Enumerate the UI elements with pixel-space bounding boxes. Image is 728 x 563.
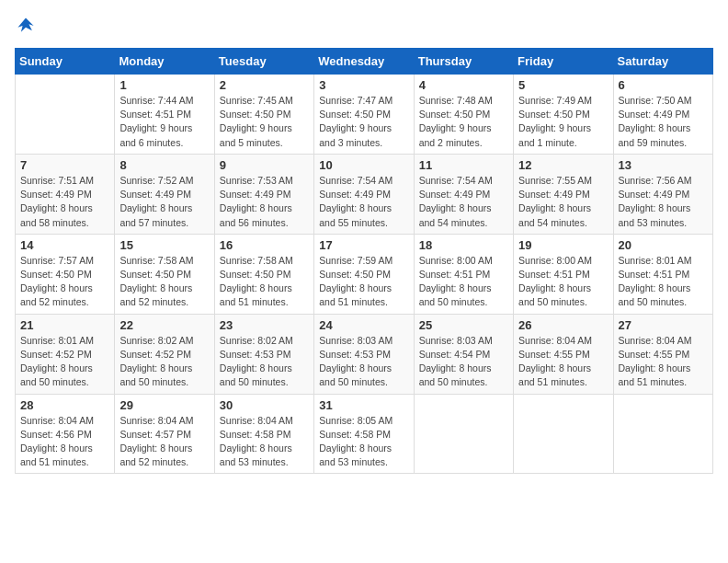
- day-number: 14: [20, 238, 109, 252]
- day-info: Sunrise: 8:01 AM Sunset: 4:52 PM Dayligh…: [20, 334, 109, 390]
- day-number: 22: [119, 318, 209, 332]
- calendar-table: SundayMondayTuesdayWednesdayThursdayFrid…: [15, 48, 713, 474]
- calendar-cell: 27Sunrise: 8:04 AM Sunset: 4:55 PM Dayli…: [613, 314, 712, 394]
- calendar-cell: 23Sunrise: 8:02 AM Sunset: 4:53 PM Dayli…: [214, 314, 313, 394]
- calendar-cell: 30Sunrise: 8:04 AM Sunset: 4:58 PM Dayli…: [214, 394, 313, 474]
- calendar-cell: 14Sunrise: 7:57 AM Sunset: 4:50 PM Dayli…: [16, 234, 115, 314]
- calendar-cell: [514, 394, 613, 474]
- day-info: Sunrise: 8:03 AM Sunset: 4:53 PM Dayligh…: [319, 334, 408, 390]
- calendar-cell: 6Sunrise: 7:50 AM Sunset: 4:49 PM Daylig…: [613, 75, 712, 155]
- calendar-cell: [16, 75, 115, 155]
- day-number: 29: [119, 398, 209, 412]
- calendar-cell: [613, 394, 712, 474]
- day-number: 24: [319, 318, 408, 332]
- calendar-weekday-saturday: Saturday: [613, 49, 712, 75]
- day-number: 8: [119, 158, 209, 172]
- day-number: 13: [619, 158, 708, 172]
- day-info: Sunrise: 7:55 AM Sunset: 4:49 PM Dayligh…: [518, 174, 608, 230]
- day-number: 28: [20, 398, 109, 412]
- calendar-weekday-sunday: Sunday: [16, 49, 115, 75]
- page-header: [15, 15, 713, 37]
- calendar-cell: 22Sunrise: 8:02 AM Sunset: 4:52 PM Dayli…: [115, 314, 214, 394]
- day-info: Sunrise: 7:47 AM Sunset: 4:50 PM Dayligh…: [319, 94, 408, 150]
- day-number: 11: [419, 158, 508, 172]
- day-info: Sunrise: 8:02 AM Sunset: 4:52 PM Dayligh…: [119, 334, 209, 390]
- day-number: 7: [20, 158, 109, 172]
- day-number: 20: [619, 238, 708, 252]
- day-number: 17: [319, 238, 408, 252]
- day-info: Sunrise: 8:05 AM Sunset: 4:58 PM Dayligh…: [319, 414, 408, 470]
- calendar-cell: 2Sunrise: 7:45 AM Sunset: 4:50 PM Daylig…: [214, 75, 313, 155]
- calendar-cell: 17Sunrise: 7:59 AM Sunset: 4:50 PM Dayli…: [314, 234, 414, 314]
- day-info: Sunrise: 7:56 AM Sunset: 4:49 PM Dayligh…: [619, 174, 708, 230]
- calendar-cell: 29Sunrise: 8:04 AM Sunset: 4:57 PM Dayli…: [115, 394, 214, 474]
- day-info: Sunrise: 7:53 AM Sunset: 4:49 PM Dayligh…: [220, 174, 309, 230]
- day-number: 16: [220, 238, 309, 252]
- calendar-cell: 11Sunrise: 7:54 AM Sunset: 4:49 PM Dayli…: [414, 154, 513, 234]
- day-info: Sunrise: 7:45 AM Sunset: 4:50 PM Dayligh…: [220, 94, 309, 150]
- calendar-weekday-tuesday: Tuesday: [214, 49, 313, 75]
- calendar-cell: 4Sunrise: 7:48 AM Sunset: 4:50 PM Daylig…: [414, 75, 513, 155]
- calendar-cell: 20Sunrise: 8:01 AM Sunset: 4:51 PM Dayli…: [613, 234, 712, 314]
- calendar-cell: 1Sunrise: 7:44 AM Sunset: 4:51 PM Daylig…: [115, 75, 214, 155]
- day-info: Sunrise: 8:00 AM Sunset: 4:51 PM Dayligh…: [419, 254, 508, 310]
- calendar-weekday-monday: Monday: [115, 49, 214, 75]
- day-info: Sunrise: 7:44 AM Sunset: 4:51 PM Dayligh…: [119, 94, 209, 150]
- day-number: 1: [119, 78, 209, 92]
- calendar-cell: 19Sunrise: 8:00 AM Sunset: 4:51 PM Dayli…: [514, 234, 613, 314]
- day-info: Sunrise: 7:51 AM Sunset: 4:49 PM Dayligh…: [20, 174, 109, 230]
- day-number: 5: [518, 78, 608, 92]
- calendar-cell: 18Sunrise: 8:00 AM Sunset: 4:51 PM Dayli…: [414, 234, 513, 314]
- day-info: Sunrise: 8:02 AM Sunset: 4:53 PM Dayligh…: [220, 334, 309, 390]
- calendar-cell: 9Sunrise: 7:53 AM Sunset: 4:49 PM Daylig…: [214, 154, 313, 234]
- day-number: 9: [220, 158, 309, 172]
- calendar-cell: 15Sunrise: 7:58 AM Sunset: 4:50 PM Dayli…: [115, 234, 214, 314]
- day-info: Sunrise: 8:01 AM Sunset: 4:51 PM Dayligh…: [619, 254, 708, 310]
- day-info: Sunrise: 7:54 AM Sunset: 4:49 PM Dayligh…: [319, 174, 408, 230]
- calendar-cell: 26Sunrise: 8:04 AM Sunset: 4:55 PM Dayli…: [514, 314, 613, 394]
- day-info: Sunrise: 7:59 AM Sunset: 4:50 PM Dayligh…: [319, 254, 408, 310]
- day-number: 18: [419, 238, 508, 252]
- logo-icon: [15, 15, 37, 37]
- calendar-cell: 12Sunrise: 7:55 AM Sunset: 4:49 PM Dayli…: [514, 154, 613, 234]
- calendar-cell: 16Sunrise: 7:58 AM Sunset: 4:50 PM Dayli…: [214, 234, 313, 314]
- day-info: Sunrise: 7:58 AM Sunset: 4:50 PM Dayligh…: [220, 254, 309, 310]
- day-number: 26: [518, 318, 608, 332]
- day-info: Sunrise: 8:04 AM Sunset: 4:55 PM Dayligh…: [518, 334, 608, 390]
- calendar-cell: 24Sunrise: 8:03 AM Sunset: 4:53 PM Dayli…: [314, 314, 414, 394]
- calendar-cell: [414, 394, 513, 474]
- day-info: Sunrise: 8:04 AM Sunset: 4:57 PM Dayligh…: [119, 414, 209, 470]
- day-info: Sunrise: 7:54 AM Sunset: 4:49 PM Dayligh…: [419, 174, 508, 230]
- day-info: Sunrise: 8:03 AM Sunset: 4:54 PM Dayligh…: [419, 334, 508, 390]
- calendar-cell: 21Sunrise: 8:01 AM Sunset: 4:52 PM Dayli…: [16, 314, 115, 394]
- day-info: Sunrise: 7:50 AM Sunset: 4:49 PM Dayligh…: [619, 94, 708, 150]
- calendar-cell: 10Sunrise: 7:54 AM Sunset: 4:49 PM Dayli…: [314, 154, 414, 234]
- day-number: 21: [20, 318, 109, 332]
- calendar-cell: 3Sunrise: 7:47 AM Sunset: 4:50 PM Daylig…: [314, 75, 414, 155]
- calendar-cell: 13Sunrise: 7:56 AM Sunset: 4:49 PM Dayli…: [613, 154, 712, 234]
- day-info: Sunrise: 8:00 AM Sunset: 4:51 PM Dayligh…: [518, 254, 608, 310]
- logo: [15, 15, 40, 37]
- day-number: 19: [518, 238, 608, 252]
- day-number: 4: [419, 78, 508, 92]
- calendar-cell: 8Sunrise: 7:52 AM Sunset: 4:49 PM Daylig…: [115, 154, 214, 234]
- day-number: 6: [619, 78, 708, 92]
- calendar-cell: 7Sunrise: 7:51 AM Sunset: 4:49 PM Daylig…: [16, 154, 115, 234]
- day-number: 23: [220, 318, 309, 332]
- day-info: Sunrise: 8:04 AM Sunset: 4:58 PM Dayligh…: [220, 414, 309, 470]
- day-number: 10: [319, 158, 408, 172]
- day-info: Sunrise: 7:52 AM Sunset: 4:49 PM Dayligh…: [119, 174, 209, 230]
- day-number: 2: [220, 78, 309, 92]
- day-number: 30: [220, 398, 309, 412]
- calendar-weekday-thursday: Thursday: [414, 49, 513, 75]
- svg-marker-0: [17, 17, 33, 31]
- day-number: 15: [119, 238, 209, 252]
- calendar-cell: 5Sunrise: 7:49 AM Sunset: 4:50 PM Daylig…: [514, 75, 613, 155]
- day-number: 3: [319, 78, 408, 92]
- day-info: Sunrise: 8:04 AM Sunset: 4:55 PM Dayligh…: [619, 334, 708, 390]
- day-number: 25: [419, 318, 508, 332]
- calendar-cell: 25Sunrise: 8:03 AM Sunset: 4:54 PM Dayli…: [414, 314, 513, 394]
- day-info: Sunrise: 7:58 AM Sunset: 4:50 PM Dayligh…: [119, 254, 209, 310]
- day-info: Sunrise: 7:49 AM Sunset: 4:50 PM Dayligh…: [518, 94, 608, 150]
- calendar-cell: 28Sunrise: 8:04 AM Sunset: 4:56 PM Dayli…: [16, 394, 115, 474]
